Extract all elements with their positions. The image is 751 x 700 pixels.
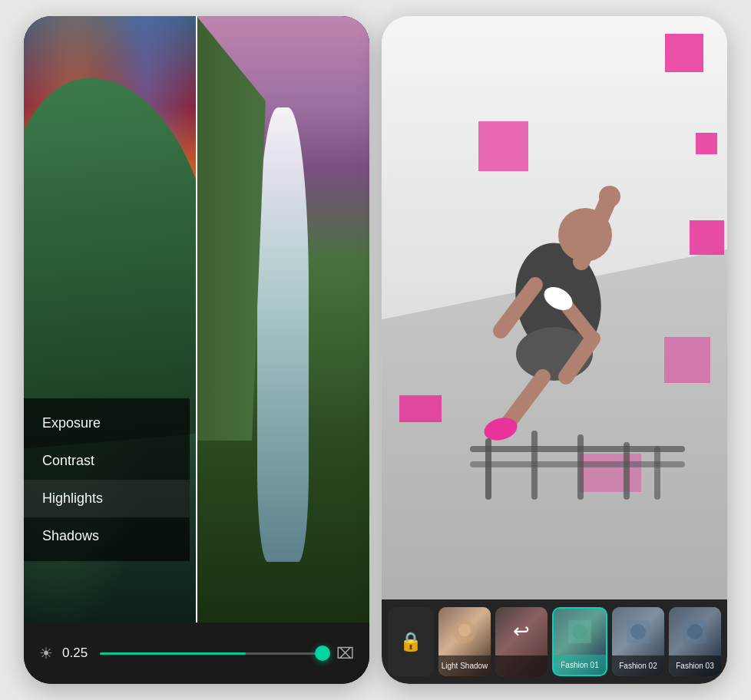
edit-menu: Exposure Contrast Highlights Shadows [24,398,190,561]
filter-fashion-03[interactable]: Fashion 03 [669,607,721,676]
athlete-svg [424,116,685,500]
svg-rect-13 [485,438,491,500]
svg-point-21 [572,624,587,639]
photo-after [197,16,369,622]
filter-light-shadow[interactable]: Light Shadow [438,607,491,676]
filter-fashion-01[interactable]: Fashion 01 [552,607,607,676]
svg-point-25 [687,624,703,639]
filter-strip: 🔒 Light Shadow ↩ [382,599,727,684]
brightness-icon: ☀ [39,644,53,662]
filter-undo-button[interactable]: ↩ [495,607,548,676]
svg-point-3 [599,186,620,207]
svg-rect-15 [577,434,584,500]
left-phone: Exposure Contrast Highlights Shadows ☀ 0… [24,16,369,684]
filter-label-light-shadow: Light Shadow [442,662,488,670]
filter-label-fashion-02: Fashion 02 [619,662,657,670]
bottom-toolbar: ☀ 0.25 ⌧ [24,622,369,684]
svg-rect-16 [624,442,630,500]
menu-item-shadows[interactable]: Shadows [24,517,190,555]
menu-item-contrast[interactable]: Contrast [24,442,190,480]
menu-item-exposure[interactable]: Exposure [24,404,190,442]
compare-divider[interactable] [196,16,197,622]
svg-point-23 [630,624,646,639]
lock-icon: 🔒 [399,631,422,652]
filter-fashion03-preview [680,616,710,647]
right-phone: 🔒 Light Shadow ↩ [382,16,727,684]
slider-thumb[interactable] [315,646,330,661]
adjustment-slider[interactable] [100,652,324,655]
svg-rect-17 [654,446,660,500]
fashion-main-area [382,16,727,599]
filter-fashion01-preview [564,616,595,647]
filter-label-fashion-03: Fashion 03 [676,662,713,670]
filter-fashion-02[interactable]: Fashion 02 [612,607,664,676]
filter-fashion02-preview [623,616,653,647]
athlete-figure [382,16,727,599]
undo-icon: ↩ [513,619,530,643]
slider-value: 0.25 [62,646,88,661]
slider-fill [100,652,246,655]
menu-item-highlights[interactable]: Highlights [24,480,190,517]
svg-point-19 [458,624,471,636]
photo-compare-area: Exposure Contrast Highlights Shadows [24,16,369,622]
crop-icon[interactable]: ⌧ [336,644,354,662]
filter-label-fashion-01: Fashion 01 [561,661,598,669]
svg-line-6 [508,377,543,423]
svg-rect-14 [531,431,538,500]
filter-lock-button[interactable]: 🔒 [388,607,434,676]
filter-preview-icon [449,616,480,647]
